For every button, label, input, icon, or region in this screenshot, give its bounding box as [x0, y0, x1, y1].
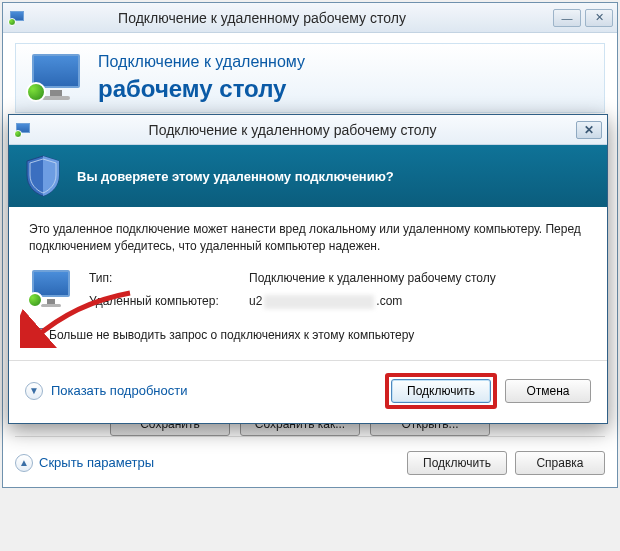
chevron-up-icon: ▲ [15, 454, 33, 472]
remote-computer-value: u2.com [249, 293, 402, 310]
trust-question-bar: Вы доверяете этому удаленному подключени… [9, 145, 607, 207]
trust-dialog: Подключение к удаленному рабочему столу … [8, 114, 608, 424]
remote-computer-label: Удаленный компьютер: [89, 293, 249, 310]
dialog-connect-button[interactable]: Подключить [391, 379, 491, 403]
bg-connect-button[interactable]: Подключить [407, 451, 507, 475]
connect-highlight-annotation: Подключить [385, 373, 497, 409]
hide-options-label: Скрыть параметры [39, 455, 154, 470]
trust-question-text: Вы доверяете этому удаленному подключени… [77, 169, 394, 184]
type-value: Подключение к удаленному рабочему столу [249, 270, 496, 287]
hide-options-toggle[interactable]: ▲ Скрыть параметры [15, 454, 154, 472]
trust-dialog-title: Подключение к удаленному рабочему столу [37, 122, 576, 138]
bg-help-button[interactable]: Справка [515, 451, 605, 475]
minimize-button[interactable]: — [553, 9, 581, 27]
trust-warning-text: Это удаленное подключение может нанести … [29, 221, 587, 256]
rdc-connection-icon [29, 270, 73, 310]
show-details-toggle[interactable]: ▼ Показать подробности [25, 382, 187, 400]
shield-icon [25, 155, 61, 197]
type-label: Тип: [89, 270, 249, 287]
rdc-app-icon [15, 123, 31, 137]
close-button[interactable]: ✕ [585, 9, 613, 27]
dialog-cancel-button[interactable]: Отмена [505, 379, 591, 403]
chevron-down-icon: ▼ [25, 382, 43, 400]
rdc-header-banner: Подключение к удаленному рабочему столу [15, 43, 605, 113]
rdc-app-icon [9, 11, 25, 25]
dont-ask-again-checkbox[interactable] [29, 328, 43, 342]
banner-line1: Подключение к удаленному [98, 52, 305, 73]
dialog-close-button[interactable]: ✕ [576, 121, 602, 139]
trust-dialog-titlebar: Подключение к удаленному рабочему столу … [9, 115, 607, 145]
dont-ask-again-row[interactable]: Больше не выводить запрос о подключениях… [29, 327, 587, 344]
rdc-main-titlebar: Подключение к удаленному рабочему столу … [3, 3, 617, 33]
redacted-host [264, 295, 374, 309]
rdc-logo-icon [28, 54, 84, 102]
show-details-label: Показать подробности [51, 383, 187, 398]
rdc-main-title: Подключение к удаленному рабочему столу [31, 10, 553, 26]
banner-line2: рабочему столу [98, 73, 305, 104]
dont-ask-again-label: Больше не выводить запрос о подключениях… [49, 327, 414, 344]
